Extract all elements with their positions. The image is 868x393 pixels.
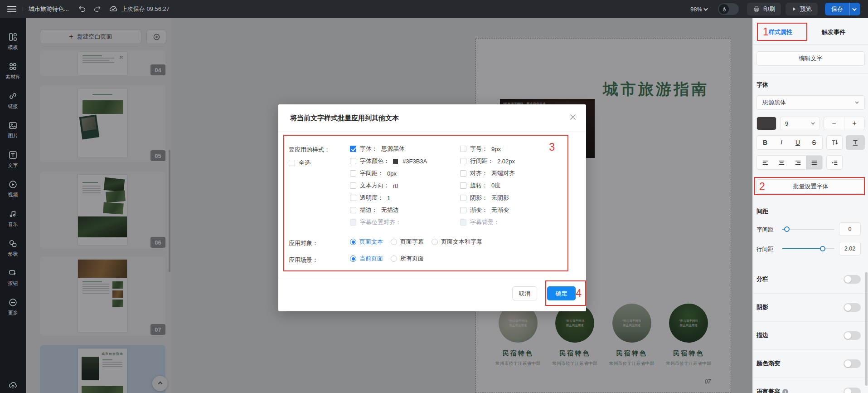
toggle-stroke[interactable] [844, 331, 861, 340]
batch-set-font-button[interactable]: 批量设置字体 [756, 179, 865, 194]
style-option-opacity[interactable]: 透明度：1 [350, 193, 456, 202]
style-option-align[interactable]: 对齐：两端对齐 [460, 169, 567, 178]
strikethrough-button[interactable]: S [806, 136, 822, 149]
toggle-shadow[interactable] [844, 303, 861, 312]
preview-label: 预览 [800, 5, 812, 13]
style-option-subtitle-align[interactable]: 字幕位置对齐： [350, 218, 456, 227]
radio-page-subtitle[interactable] [391, 239, 397, 245]
radio-page-text-subtitle[interactable] [432, 239, 438, 245]
style-option-text-direction[interactable]: 文本方向：rtl [350, 181, 456, 190]
document-title[interactable]: 城市旅游特色... [29, 5, 69, 13]
style-option-letter-spacing[interactable]: 字间距：0px [350, 169, 456, 178]
align-justify-button[interactable] [806, 156, 822, 169]
toggle-color-gradient[interactable] [844, 359, 861, 368]
sidebar-item-link[interactable]: 链接 [0, 91, 26, 110]
apply-target-page-subtitle[interactable]: 页面字幕 [391, 238, 424, 246]
tab-style-properties[interactable]: 样式属性 [769, 28, 792, 36]
line-spacing-slider[interactable] [782, 248, 834, 249]
style-option-line-spacing[interactable]: 行间距：2.02px [460, 157, 567, 166]
style-option-font-size[interactable]: 字号：9px [460, 144, 567, 153]
undo-icon[interactable] [78, 5, 87, 14]
save-button[interactable]: 保存 [825, 3, 860, 15]
preview-button[interactable]: 预览 [786, 3, 818, 15]
checkbox-text-direction[interactable] [350, 182, 356, 189]
edit-text-button[interactable]: 编辑文字 [756, 51, 865, 66]
select-all-checkbox[interactable] [289, 160, 295, 166]
slider-handle[interactable] [820, 246, 825, 251]
cancel-button[interactable]: 取消 [512, 286, 537, 300]
checkbox-rotate[interactable] [460, 182, 466, 189]
apply-scope-current-page[interactable]: 当前页面 [350, 255, 383, 263]
touch-mode-toggle[interactable] [718, 3, 739, 15]
font-size-select[interactable]: 9 [780, 117, 820, 130]
checkbox-font-color[interactable] [350, 158, 356, 164]
style-option-font-color[interactable]: 字体颜色：#3F3B3A [350, 157, 456, 166]
sidebar-item-text[interactable]: 文字 [0, 150, 26, 169]
text-orientation-button[interactable] [846, 135, 865, 150]
printer-icon [753, 5, 760, 13]
confirm-button[interactable]: 确定 [547, 286, 576, 300]
font-family-select[interactable]: 思源黑体 [756, 95, 865, 110]
line-spacing-value[interactable]: 2.02 [839, 242, 861, 255]
checkbox-subtitle-bg[interactable] [460, 219, 466, 226]
menu-icon[interactable] [7, 6, 16, 12]
vertical-text-button[interactable] [826, 135, 843, 150]
redo-icon[interactable] [93, 5, 102, 14]
italic-button[interactable]: I [773, 136, 790, 149]
indent-button[interactable] [826, 155, 843, 170]
toggle-columns[interactable] [844, 275, 861, 284]
checkbox-align[interactable] [460, 170, 466, 177]
letter-spacing-slider[interactable] [782, 229, 834, 230]
decrease-size-button[interactable]: − [824, 117, 844, 130]
radio-current-page[interactable] [350, 255, 356, 262]
checkbox-font-family[interactable] [350, 146, 356, 152]
align-center-button[interactable] [773, 156, 790, 169]
setting-row-columns: 分栏 [753, 265, 868, 294]
panel-scrollbar[interactable] [865, 272, 868, 386]
checkbox-stroke[interactable] [350, 207, 356, 213]
zoom-control[interactable]: 98% [690, 6, 708, 13]
checkbox-shadow[interactable] [460, 195, 466, 201]
sidebar-item-button[interactable]: 按钮 [0, 268, 26, 287]
style-option-stroke[interactable]: 描边：无描边 [350, 206, 456, 215]
style-option-rotate[interactable]: 旋转：0度 [460, 181, 567, 190]
sidebar-item-template[interactable]: 模板 [0, 32, 26, 51]
save-dropdown[interactable] [849, 3, 860, 15]
sidebar-item-video[interactable]: 视频 [0, 179, 26, 198]
radio-page-text[interactable] [350, 239, 356, 245]
toggle-language-compat[interactable] [844, 388, 861, 393]
sidebar-item-assets[interactable]: 素材库 [0, 61, 26, 80]
align-left-button[interactable] [757, 156, 773, 169]
checkbox-font-size[interactable] [460, 146, 466, 152]
increase-size-button[interactable]: + [844, 117, 864, 130]
sidebar-item-shape[interactable]: 形状 [0, 238, 26, 257]
apply-target-page-text-subtitle[interactable]: 页面文本和字幕 [432, 238, 482, 246]
checkbox-letter-spacing[interactable] [350, 170, 356, 177]
font-color-button[interactable] [756, 117, 776, 130]
apply-target-page-text[interactable]: 页面文本 [350, 238, 383, 246]
letter-spacing-value[interactable]: 0 [839, 222, 861, 236]
print-button[interactable]: 印刷 [747, 3, 781, 15]
option-value: 无阴影 [491, 194, 509, 202]
slider-handle[interactable] [784, 226, 790, 232]
style-option-font-family[interactable]: 字体：思源黑体 [350, 144, 456, 153]
underline-button[interactable]: U [790, 136, 806, 149]
checkbox-opacity[interactable] [350, 195, 356, 201]
sidebar-item-upload[interactable]: 上传 [0, 380, 26, 393]
close-icon[interactable] [570, 114, 576, 120]
style-option-subtitle-bg[interactable]: 字幕背景： [460, 218, 567, 227]
style-option-gradient[interactable]: 渐变：无渐变 [460, 206, 567, 215]
checkbox-gradient[interactable] [460, 207, 466, 213]
radio-all-pages[interactable] [391, 255, 397, 262]
tab-trigger-events[interactable]: 触发事件 [822, 28, 845, 36]
checkbox-line-spacing[interactable] [460, 158, 466, 164]
checkbox-subtitle-align[interactable] [350, 219, 356, 226]
style-option-shadow[interactable]: 阴影：无阴影 [460, 193, 567, 202]
align-right-button[interactable] [790, 156, 806, 169]
bold-button[interactable]: B [757, 136, 773, 149]
sidebar-item-image[interactable]: 图片 [0, 120, 26, 139]
select-all-option[interactable]: 全选 [289, 159, 310, 167]
sidebar-item-music[interactable]: 音乐 [0, 209, 26, 228]
apply-scope-all-pages[interactable]: 所有页面 [391, 255, 424, 263]
sidebar-item-more[interactable]: 更多 [0, 297, 26, 316]
